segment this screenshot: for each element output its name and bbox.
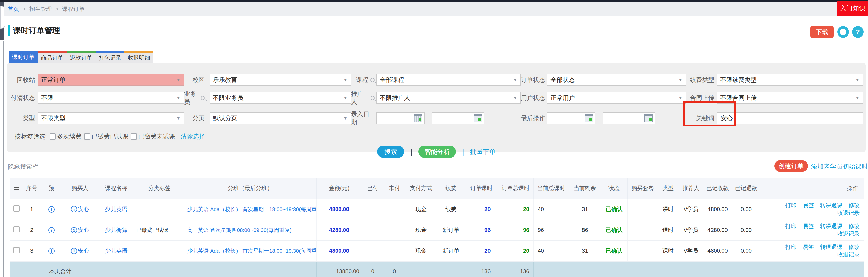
summary-order-hours: 136 xyxy=(465,261,498,277)
intro-knowledge-button[interactable]: 入门知识 xyxy=(837,1,868,16)
breadcrumb-level2: 招生管理 xyxy=(29,5,52,13)
pay-status-label: 付清状态 xyxy=(7,94,35,102)
clear-selection-link[interactable]: 清除选择 xyxy=(181,132,205,141)
button-divider: | xyxy=(410,147,412,156)
info-icon[interactable]: i xyxy=(71,248,77,254)
op-transfer-withdraw-link[interactable]: 转课退课 xyxy=(820,244,842,250)
entry-date-start-input[interactable] xyxy=(376,112,425,124)
entry-date-end-input[interactable] xyxy=(432,112,485,124)
tab-package-records[interactable]: 打包记录 xyxy=(95,51,124,63)
tab-class-hour-orders[interactable]: 课时订单 xyxy=(9,51,38,63)
class-link[interactable]: 少儿英语 Ada（校长） 首次星期一18:00~19:30(每周重复) 教室B xyxy=(184,199,316,220)
promoter-label: 推广人 xyxy=(351,90,375,106)
dropdown-arrow-icon: ▼ xyxy=(678,95,683,101)
sort-handle-header[interactable] xyxy=(10,178,23,199)
op-receipt-refund-link[interactable]: 收退记录 xyxy=(837,251,860,258)
cell-renew: 新订单 xyxy=(437,240,465,261)
op-transfer-withdraw-link[interactable]: 转课退课 xyxy=(820,202,842,209)
collapsed-sidebar-handle[interactable] xyxy=(0,2,4,40)
course-name-link[interactable]: 少儿英语 xyxy=(98,240,135,261)
info-icon[interactable]: i xyxy=(48,206,55,213)
renew-type-select[interactable]: 不限续费类型▼ xyxy=(717,74,863,86)
dropdown-arrow-icon: ▼ xyxy=(855,95,860,101)
create-order-button[interactable]: 创建订单 xyxy=(774,160,808,172)
breadcrumb-home[interactable]: 首页 xyxy=(8,5,19,13)
course-select[interactable]: 全部课程▼ xyxy=(376,74,521,86)
last-op-end-input[interactable] xyxy=(603,112,655,124)
summary-paid: 0 xyxy=(362,261,383,277)
op-esign-link[interactable]: 易签 xyxy=(803,202,814,209)
button-divider: | xyxy=(462,147,464,156)
op-print-link[interactable]: 打印 xyxy=(785,223,797,229)
info-icon[interactable]: i xyxy=(71,206,77,212)
info-icon[interactable]: i xyxy=(48,248,55,254)
row-checkbox[interactable] xyxy=(13,247,20,253)
tab-receipt-refund-details[interactable]: 收退明细 xyxy=(124,51,153,63)
recycle-select[interactable]: 正常订单▼ xyxy=(38,74,184,86)
summary-order-total-hours: 136 xyxy=(498,261,533,277)
paging-select[interactable]: 默认分页▼ xyxy=(210,112,351,124)
last-op-label: 最后操作 xyxy=(521,114,545,122)
type-select[interactable]: 不限类型▼ xyxy=(38,112,184,124)
salesman-label: 业务员 xyxy=(184,90,205,106)
top-system-bar xyxy=(0,0,868,2)
course-name-link[interactable]: 少儿街舞 xyxy=(98,220,135,240)
order-status-select[interactable]: 全部状态▼ xyxy=(547,74,686,86)
cell-refunded: 0.00 xyxy=(732,240,761,261)
op-print-link[interactable]: 打印 xyxy=(785,202,797,209)
col-package: 购买套餐 xyxy=(627,178,658,199)
keyword-input[interactable]: 安心 xyxy=(717,112,863,124)
row-checkbox[interactable] xyxy=(13,205,20,212)
user-status-select[interactable]: 正常用户▼ xyxy=(547,92,686,104)
add-old-student-hours-link[interactable]: 添加老学员初始课时 xyxy=(811,162,868,171)
cell-refunded: 0.00 xyxy=(732,199,761,220)
op-transfer-withdraw-link[interactable]: 转课退课 xyxy=(820,223,842,229)
campus-select[interactable]: 乐乐教育▼ xyxy=(210,74,351,86)
op-modify-link[interactable]: 修改 xyxy=(848,223,860,229)
op-esign-link[interactable]: 易签 xyxy=(803,244,814,250)
smart-analyze-button[interactable]: 智能分析 xyxy=(418,146,456,158)
buyer-name-link[interactable]: 安心 xyxy=(78,205,89,213)
download-button[interactable]: 下载 xyxy=(810,26,834,38)
op-receipt-refund-link[interactable]: 收退记录 xyxy=(837,210,860,216)
paging-label: 分页 xyxy=(184,114,205,122)
buyer-name-link[interactable]: 安心 xyxy=(78,247,89,255)
promoter-select[interactable]: 不限推广人▼ xyxy=(376,92,521,104)
tab-refund-orders[interactable]: 退款订单 xyxy=(67,51,95,63)
cell-paid xyxy=(362,199,383,220)
contract-upload-select[interactable]: 不限合同上传▼ xyxy=(717,92,863,104)
cell-current-total: 40 xyxy=(533,199,569,220)
op-print-link[interactable]: 打印 xyxy=(785,244,797,250)
col-pay-method: 支付方式 xyxy=(405,178,437,199)
info-icon[interactable]: i xyxy=(71,227,77,233)
op-esign-link[interactable]: 易签 xyxy=(803,223,814,229)
col-current-left: 当前剩余 xyxy=(569,178,601,199)
op-modify-link[interactable]: 修改 xyxy=(848,244,860,250)
last-op-start-input[interactable] xyxy=(547,112,595,124)
dropdown-arrow-icon: ▼ xyxy=(343,116,348,121)
class-link[interactable]: 高一英语 首次星期四08:00~09:30(每周重复) xyxy=(184,220,316,240)
salesman-select[interactable]: 不限业务员▼ xyxy=(210,92,351,104)
tab-product-orders[interactable]: 商品订单 xyxy=(38,51,67,63)
course-name-link[interactable]: 少儿英语 xyxy=(98,199,135,220)
col-course: 课程名称 xyxy=(98,178,135,199)
checkbox-paid-no-trial[interactable] xyxy=(131,133,137,140)
col-order-total-hours: 订单总课时 xyxy=(498,178,533,199)
info-icon[interactable]: i xyxy=(48,227,55,233)
help-button[interactable]: ? xyxy=(852,26,864,38)
hide-search-bar-link[interactable]: 隐藏搜索栏 xyxy=(8,163,38,171)
cell-order-hours: 96 xyxy=(465,220,498,240)
batch-order-link[interactable]: 批量下单 xyxy=(470,148,496,156)
op-modify-link[interactable]: 修改 xyxy=(848,202,860,209)
row-checkbox[interactable] xyxy=(13,226,20,232)
print-button[interactable] xyxy=(837,26,849,38)
op-receipt-refund-link[interactable]: 收退记录 xyxy=(837,231,860,237)
checkbox-multi-renew[interactable] xyxy=(50,133,56,140)
pay-status-select[interactable]: 不限▼ xyxy=(38,92,184,104)
cell-current-left: 31 xyxy=(569,240,601,261)
buyer-name-link[interactable]: 安心 xyxy=(78,226,89,234)
class-link[interactable]: 少儿英语 Ada（校长） 首次星期一18:00~19:30(每周重复) 教室B xyxy=(184,240,316,261)
checkbox-paid-trial-done[interactable] xyxy=(84,133,90,140)
cell-referrer: V学员 xyxy=(678,220,704,240)
search-button[interactable]: 搜索 xyxy=(377,146,404,158)
